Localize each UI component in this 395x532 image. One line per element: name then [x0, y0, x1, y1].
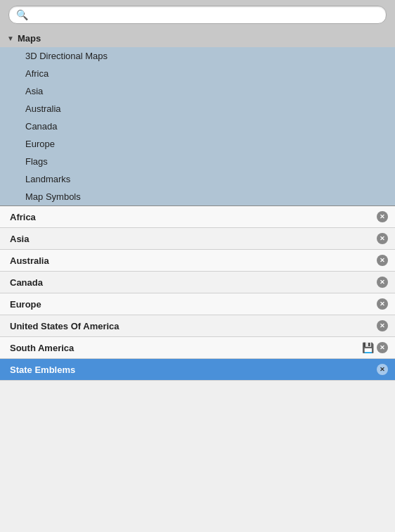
row-actions — [377, 320, 388, 331]
row-label: Africa — [10, 212, 377, 222]
row-actions — [377, 277, 388, 288]
close-button[interactable] — [377, 233, 388, 244]
list-row[interactable]: Canada — [0, 272, 395, 293]
row-label: South America — [10, 343, 361, 353]
maps-header-label: Maps — [18, 33, 41, 44]
row-actions — [377, 233, 388, 244]
maps-list-item[interactable]: Landmarks — [0, 170, 395, 188]
row-actions — [377, 255, 388, 266]
close-button[interactable] — [377, 298, 388, 310]
close-button[interactable] — [377, 211, 388, 222]
row-label: United States Of America — [10, 321, 377, 331]
maps-list-item[interactable]: Europe — [0, 135, 395, 153]
list-row[interactable]: Europe — [0, 293, 395, 315]
maps-list: 3D Directional MapsAfricaAsiaAustraliaCa… — [0, 47, 395, 205]
maps-list-item[interactable]: 3D Directional Maps — [0, 47, 395, 65]
list-row[interactable]: Asia — [0, 228, 395, 250]
bottom-list: AfricaAsiaAustraliaCanadaEuropeUnited St… — [0, 206, 395, 532]
maps-list-item[interactable]: Map Symbols — [0, 188, 395, 205]
row-actions: 💾 — [361, 342, 388, 353]
maps-list-item[interactable]: Asia — [0, 82, 395, 100]
close-button[interactable] — [377, 364, 388, 375]
save-button[interactable]: 💾 — [361, 342, 374, 353]
maps-list-item[interactable]: Canada — [0, 118, 395, 135]
row-label: Australia — [10, 255, 377, 266]
close-button[interactable] — [377, 320, 388, 331]
row-actions — [377, 211, 388, 222]
search-icon: 🔍 — [16, 9, 28, 20]
maps-section: ▼ Maps 3D Directional MapsAfricaAsiaAust… — [0, 30, 395, 205]
close-button[interactable] — [377, 342, 388, 353]
search-input-wrapper[interactable]: 🔍 — [8, 6, 387, 24]
close-button[interactable] — [377, 255, 388, 266]
row-label: Europe — [10, 299, 377, 310]
main-container: 🔍 ▼ Maps 3D Directional MapsAfricaAsiaAu… — [0, 0, 395, 532]
row-actions — [377, 298, 388, 310]
maps-list-item[interactable]: Australia — [0, 100, 395, 118]
row-label: Canada — [10, 277, 377, 288]
search-input[interactable] — [32, 10, 379, 20]
list-row[interactable]: South America💾 — [0, 337, 395, 359]
close-button[interactable] — [377, 277, 388, 288]
row-label: State Emblems — [10, 365, 377, 375]
list-row[interactable]: State Emblems — [0, 359, 395, 381]
row-label: Asia — [10, 234, 377, 244]
triangle-icon: ▼ — [7, 34, 14, 42]
list-row[interactable]: Australia — [0, 250, 395, 272]
maps-list-item[interactable]: Flags — [0, 153, 395, 170]
list-row[interactable]: United States Of America — [0, 315, 395, 337]
list-row[interactable]: Africa — [0, 206, 395, 228]
maps-header[interactable]: ▼ Maps — [0, 30, 395, 47]
row-actions — [377, 364, 388, 375]
maps-list-item[interactable]: Africa — [0, 65, 395, 82]
search-bar-area: 🔍 — [0, 0, 395, 30]
